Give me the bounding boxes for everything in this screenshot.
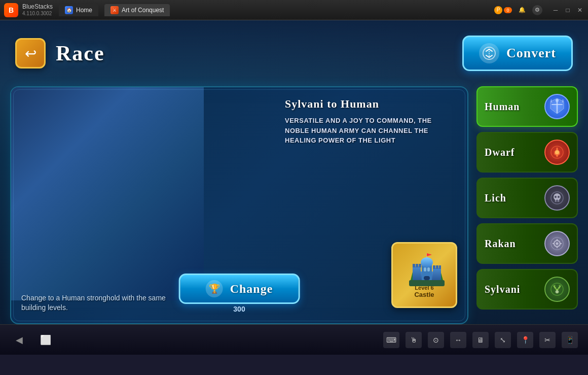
hero-area xyxy=(11,87,204,300)
hero-background xyxy=(11,87,204,300)
castle-preview: Level 6 Castle xyxy=(391,242,457,308)
svg-rect-31 xyxy=(409,280,445,286)
title-bar: B BlueStacks 4.110.0.3002 🏠 Home ⚔ Art o… xyxy=(0,0,588,20)
coin-count: 0 xyxy=(504,7,512,13)
home-tab-icon: 🏠 xyxy=(65,6,73,14)
convert-button[interactable]: Convert xyxy=(462,36,573,71)
game-area: ↩ Race Convert xyxy=(0,20,588,355)
convert-icon xyxy=(479,43,499,63)
back-button[interactable]: ↩ xyxy=(15,38,46,69)
svg-rect-45 xyxy=(424,267,426,271)
change-icon: 🏆 xyxy=(206,280,223,297)
top-bar: ↩ Race Convert xyxy=(0,20,588,86)
svg-point-72 xyxy=(556,290,559,293)
cut-icon[interactable]: ✂ xyxy=(539,332,556,348)
app-version: 4.110.0.3002 xyxy=(22,11,53,16)
svg-rect-41 xyxy=(419,264,421,267)
svg-point-53 xyxy=(556,99,559,102)
app-logo: B xyxy=(4,3,18,17)
left-card: Sylvani to Human Versatile and a joy to … xyxy=(10,86,468,324)
race-name-rakan: Rakan xyxy=(485,238,539,250)
change-cost: 300 xyxy=(233,305,245,313)
svg-rect-36 xyxy=(433,268,441,280)
svg-rect-44 xyxy=(439,265,441,269)
race-emblem-sylvani xyxy=(544,277,570,302)
app-name: BlueStacks xyxy=(22,4,53,10)
back-nav-button[interactable]: ◀ xyxy=(10,331,28,349)
svg-rect-47 xyxy=(424,276,430,280)
race-emblem-lich xyxy=(544,185,570,211)
taskbar: ◀ ⬜ ⌨ 🖱 ⊙ ↔ 🖥 ⤡ 📍 ✂ 📱 xyxy=(0,324,588,355)
phone-icon[interactable]: 📱 xyxy=(562,332,578,348)
convert-label: Convert xyxy=(506,46,556,61)
change-description: Change to a Human stronghold with the sa… xyxy=(21,293,173,313)
castle-icon xyxy=(407,252,442,283)
game-tab[interactable]: ⚔ Art of Conquest xyxy=(104,4,170,16)
race-button-sylvani[interactable]: Sylvani xyxy=(476,269,578,310)
race-emblem-human xyxy=(544,94,570,119)
settings-icon[interactable]: ⚙ xyxy=(532,5,542,15)
race-name-lich: Lich xyxy=(485,192,539,204)
race-button-dwarf[interactable]: Dwarf xyxy=(476,132,578,173)
change-button-container: 🏆 Change 300 xyxy=(179,274,300,313)
location-icon[interactable]: 📍 xyxy=(517,332,533,348)
race-button-rakan[interactable]: Rakan xyxy=(476,223,578,264)
svg-rect-40 xyxy=(416,264,418,267)
home-nav-button[interactable]: ⬜ xyxy=(36,331,55,349)
change-button[interactable]: 🏆 Change xyxy=(179,274,300,304)
right-sidebar: Human Dwarf xyxy=(476,86,578,324)
window-controls: ─ □ ✕ xyxy=(552,6,584,14)
svg-point-38 xyxy=(421,257,433,267)
main-content: Sylvani to Human Versatile and a joy to … xyxy=(10,86,578,324)
svg-point-66 xyxy=(556,243,559,245)
screen-icon[interactable]: 🖥 xyxy=(472,332,489,348)
svg-marker-49 xyxy=(427,253,432,256)
change-label: Change xyxy=(230,282,273,296)
race-conversion-title: Sylvani to Human xyxy=(285,97,457,111)
back-icon: ↩ xyxy=(25,45,36,62)
svg-rect-46 xyxy=(427,267,430,271)
taskbar-icons: ⌨ 🖱 ⊙ ↔ 🖥 ⤡ 📍 ✂ 📱 xyxy=(383,332,578,348)
keyboard-icon[interactable]: ⌨ xyxy=(383,332,399,348)
game-tab-icon: ⚔ xyxy=(111,6,119,14)
move-icon[interactable]: ↔ xyxy=(450,332,466,348)
minimize-button[interactable]: ─ xyxy=(552,6,560,14)
resize-icon[interactable]: ⤡ xyxy=(495,332,511,348)
close-button[interactable]: ✕ xyxy=(576,6,584,14)
page-title: Race xyxy=(56,41,105,65)
home-tab-label: Home xyxy=(76,7,92,14)
svg-point-59 xyxy=(555,196,557,198)
race-name-human: Human xyxy=(485,101,539,113)
race-button-lich[interactable]: Lich xyxy=(476,178,578,218)
game-tab-label: Art of Conquest xyxy=(122,7,164,14)
title-bar-controls: P 0 🔔 ⚙ ─ □ ✕ xyxy=(494,5,584,15)
race-name-dwarf: Dwarf xyxy=(485,147,539,158)
svg-point-60 xyxy=(558,196,560,198)
race-button-human[interactable]: Human xyxy=(476,86,578,127)
svg-rect-43 xyxy=(436,265,438,269)
svg-rect-39 xyxy=(413,264,415,267)
mouse-icon[interactable]: 🖱 xyxy=(406,332,422,348)
race-emblem-rakan xyxy=(544,231,570,256)
info-panel: Sylvani to Human Versatile and a joy to … xyxy=(285,97,457,146)
notification-icon[interactable]: 🔔 xyxy=(517,5,527,15)
svg-rect-35 xyxy=(413,266,421,280)
castle-type: Castle xyxy=(414,291,434,298)
maximize-button[interactable]: □ xyxy=(564,6,572,14)
gamepad-icon[interactable]: ⊙ xyxy=(428,332,444,348)
home-tab[interactable]: 🏠 Home xyxy=(59,4,98,16)
race-name-sylvani: Sylvani xyxy=(485,284,539,295)
svg-rect-42 xyxy=(433,265,435,269)
coin-icon: P xyxy=(494,6,502,14)
race-emblem-dwarf xyxy=(544,140,570,165)
svg-point-55 xyxy=(555,150,559,154)
race-description: Versatile and a joy to command, the nobl… xyxy=(285,116,457,146)
